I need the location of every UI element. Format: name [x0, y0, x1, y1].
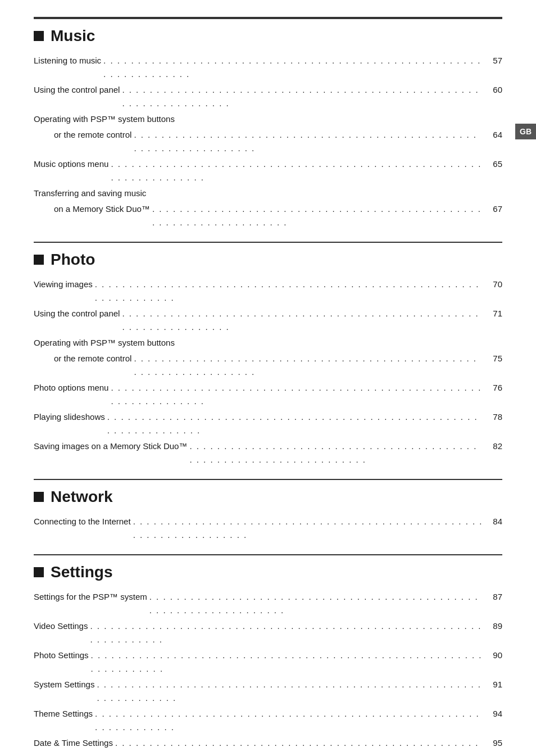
entry-label: Theme Settings — [34, 707, 93, 721]
entry-page: 94 — [485, 707, 502, 721]
entry-label: Transferring and saving music — [34, 187, 146, 200]
entry-page: 65 — [485, 157, 502, 171]
entry-page: 75 — [485, 352, 502, 365]
entry-page: 90 — [485, 649, 502, 662]
entry-label: Saving images on a Memory Stick Duo™ — [34, 440, 187, 453]
entry-page: 64 — [485, 128, 502, 142]
entry-label: Music options menu — [34, 157, 108, 171]
toc-entry: Transferring and saving music — [34, 187, 502, 200]
entry-label: on a Memory Stick Duo™ — [54, 202, 150, 216]
section-title-settings: Settings — [51, 563, 112, 581]
entry-label: Operating with PSP™ system buttons — [34, 336, 175, 350]
entry-page: 89 — [485, 619, 502, 633]
entry-dots: . . . . . . . . . . . . . . . . . . . . … — [95, 707, 483, 734]
toc-entry: Using the control panel . . . . . . . . … — [34, 83, 502, 110]
section-content-music: Listening to music . . . . . . . . . . .… — [34, 51, 502, 242]
entry-dots: . . . . . . . . . . . . . . . . . . . . … — [91, 649, 483, 676]
section-icon-settings — [34, 567, 44, 577]
section-content-settings: Settings for the PSP™ system . . . . . .… — [34, 587, 502, 756]
entry-page: 71 — [485, 307, 502, 320]
toc-entry: Photo Settings . . . . . . . . . . . . .… — [34, 649, 502, 676]
toc-entry: Video Settings . . . . . . . . . . . . .… — [34, 619, 502, 646]
entry-label: Using the control panel — [34, 83, 120, 97]
toc-entry: Operating with PSP™ system buttons — [34, 112, 502, 126]
entry-dots: . . . . . . . . . . . . . . . . . . . . … — [152, 202, 483, 229]
entry-page: 78 — [485, 410, 502, 424]
entry-label: or the remote control — [54, 128, 131, 142]
entry-label: Video Settings — [34, 619, 88, 633]
sections-container: MusicListening to music . . . . . . . . … — [34, 18, 502, 756]
entry-label: Listening to music — [34, 54, 101, 67]
entry-label: Photo options menu — [34, 381, 108, 395]
section-header-music: Music — [34, 18, 502, 51]
toc-entry: Playing slideshows . . . . . . . . . . .… — [34, 410, 502, 437]
entry-dots: . . . . . . . . . . . . . . . . . . . . … — [90, 619, 483, 646]
section-title-network: Network — [51, 488, 112, 506]
toc-entry: Date & Time Settings . . . . . . . . . .… — [34, 736, 502, 756]
section-icon-music — [34, 31, 44, 41]
entry-page: 95 — [485, 736, 502, 750]
toc-entry: Viewing images . . . . . . . . . . . . .… — [34, 278, 502, 305]
section-header-settings: Settings — [34, 554, 502, 587]
entry-page: 91 — [485, 678, 502, 691]
entry-page: 87 — [485, 590, 502, 604]
entry-page: 70 — [485, 278, 502, 291]
entry-dots: . . . . . . . . . . . . . . . . . . . . … — [107, 410, 483, 437]
section-icon-photo — [34, 255, 44, 265]
entry-dots: . . . . . . . . . . . . . . . . . . . . … — [134, 352, 483, 379]
entry-label: Using the control panel — [34, 307, 120, 320]
entry-dots: . . . . . . . . . . . . . . . . . . . . … — [133, 515, 483, 542]
entry-page: 60 — [485, 83, 502, 97]
section-music: MusicListening to music . . . . . . . . … — [34, 18, 502, 242]
entry-label: System Settings — [34, 678, 94, 691]
toc-entry: Operating with PSP™ system buttons — [34, 336, 502, 350]
entry-label: Viewing images — [34, 278, 93, 291]
toc-entry: Music options menu . . . . . . . . . . .… — [34, 157, 502, 184]
entry-dots: . . . . . . . . . . . . . . . . . . . . … — [115, 736, 483, 756]
page-container: MusicListening to music . . . . . . . . … — [0, 0, 536, 756]
toc-entry: or the remote control . . . . . . . . . … — [34, 128, 502, 155]
entry-page: 76 — [485, 381, 502, 395]
entry-page: 82 — [485, 440, 502, 453]
entry-dots: . . . . . . . . . . . . . . . . . . . . … — [111, 157, 483, 184]
section-settings: SettingsSettings for the PSP™ system . .… — [34, 554, 502, 756]
section-header-network: Network — [34, 479, 502, 511]
entry-dots: . . . . . . . . . . . . . . . . . . . . … — [95, 278, 483, 305]
entry-dots: . . . . . . . . . . . . . . . . . . . . … — [103, 54, 483, 81]
entry-label: or the remote control — [54, 352, 131, 365]
toc-entry: or the remote control . . . . . . . . . … — [34, 352, 502, 379]
entry-label: Settings for the PSP™ system — [34, 590, 147, 604]
section-title-photo: Photo — [51, 251, 95, 269]
entry-dots: . . . . . . . . . . . . . . . . . . . . … — [189, 440, 483, 467]
toc-entry: Settings for the PSP™ system . . . . . .… — [34, 590, 502, 617]
entry-label: Photo Settings — [34, 649, 89, 662]
toc-entry: System Settings . . . . . . . . . . . . … — [34, 678, 502, 705]
section-icon-network — [34, 492, 44, 502]
toc-entry: Connecting to the Internet . . . . . . .… — [34, 515, 502, 542]
entry-label: Connecting to the Internet — [34, 515, 131, 528]
toc-entry: Listening to music . . . . . . . . . . .… — [34, 54, 502, 81]
entry-page: 57 — [485, 54, 502, 67]
section-content-network: Connecting to the Internet . . . . . . .… — [34, 511, 502, 554]
toc-entry: Photo options menu . . . . . . . . . . .… — [34, 381, 502, 408]
entry-dots: . . . . . . . . . . . . . . . . . . . . … — [122, 307, 483, 334]
entry-page: 67 — [485, 202, 502, 216]
section-network: NetworkConnecting to the Internet . . . … — [34, 479, 502, 554]
section-title-music: Music — [51, 27, 95, 45]
section-header-photo: Photo — [34, 242, 502, 274]
section-content-photo: Viewing images . . . . . . . . . . . . .… — [34, 274, 502, 479]
section-photo: PhotoViewing images . . . . . . . . . . … — [34, 242, 502, 479]
entry-dots: . . . . . . . . . . . . . . . . . . . . … — [149, 590, 483, 617]
toc-entry: Using the control panel . . . . . . . . … — [34, 307, 502, 334]
entry-label: Date & Time Settings — [34, 736, 113, 750]
entry-dots: . . . . . . . . . . . . . . . . . . . . … — [97, 678, 483, 705]
entry-label: Playing slideshows — [34, 410, 105, 424]
toc-entry: Saving images on a Memory Stick Duo™ . .… — [34, 440, 502, 467]
entry-dots: . . . . . . . . . . . . . . . . . . . . … — [122, 83, 483, 110]
gb-badge: GB — [515, 124, 536, 139]
entry-label: Operating with PSP™ system buttons — [34, 112, 175, 126]
toc-entry: on a Memory Stick Duo™ . . . . . . . . .… — [34, 202, 502, 229]
toc-entry: Theme Settings . . . . . . . . . . . . .… — [34, 707, 502, 734]
entry-dots: . . . . . . . . . . . . . . . . . . . . … — [111, 381, 483, 408]
entry-dots: . . . . . . . . . . . . . . . . . . . . … — [134, 128, 483, 155]
